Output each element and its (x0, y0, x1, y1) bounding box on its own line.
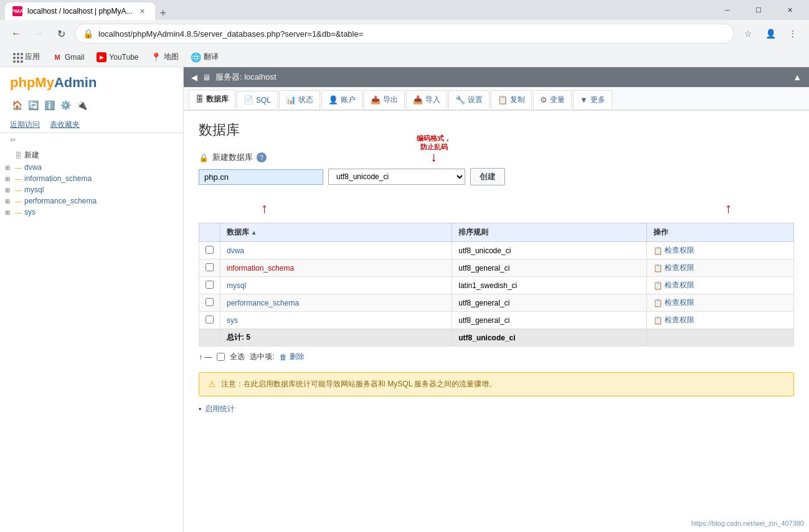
server-header: ◀ 🖥 服务器: localhost ▲ (184, 67, 809, 87)
bookmark-youtube[interactable]: ▶ YouTube (92, 51, 143, 63)
close-button[interactable]: ✕ (775, 0, 804, 20)
row-dbname-perf: performance_schema (220, 294, 452, 312)
minimize-button[interactable]: ─ (713, 0, 742, 20)
browser-tab[interactable]: PMA localhost / localhost | phpMyA... ✕ (5, 2, 155, 20)
bookmark-button[interactable]: ☆ (739, 25, 757, 42)
create-button[interactable]: 创建 (470, 168, 505, 185)
row-checkbox-info[interactable] (199, 259, 220, 277)
tree-item-dvwa[interactable]: ⊞ — dvwa (0, 162, 183, 173)
action-link-perf[interactable]: 📋 检查权限 (653, 297, 787, 308)
checkbox-sys[interactable] (206, 315, 214, 324)
bookmark-gmail[interactable]: M Gmail (47, 51, 89, 63)
translate-icon: 🌐 (191, 52, 201, 62)
sidebar: phpMyAdmin 🏠 🔄 ℹ️ ⚙️ 🔌 近期访问 表收藏夹 ⇔ 🗄 新建 (0, 67, 184, 532)
tab-settings[interactable]: 🔧 设置 (448, 90, 490, 109)
row-action-perf: 📋 检查权限 (646, 294, 793, 312)
col-header-database[interactable]: 数据库 (220, 223, 452, 242)
delete-button[interactable]: 🗑 删除 (280, 352, 305, 362)
tab-export[interactable]: 📤 导出 (364, 90, 405, 109)
recent-icon[interactable]: 🔄 (26, 98, 40, 112)
db-name-input[interactable] (199, 169, 323, 185)
checkbox-dvwa[interactable] (206, 246, 214, 254)
total-label: 总计: 5 (220, 329, 452, 347)
delete-label: 删除 (290, 352, 305, 362)
tab-favicon: PMA (12, 6, 22, 16)
bullet-icon: • (199, 405, 201, 414)
bookmark-translate[interactable]: 🌐 翻译 (186, 50, 224, 63)
home-icon[interactable]: 🏠 (10, 98, 24, 112)
db-collation-select[interactable]: utf8_unicode_ci (328, 169, 465, 185)
back-arrow-icon[interactable]: ◀ (191, 73, 197, 82)
sidebar-tab-bookmarks[interactable]: 表收藏夹 (50, 119, 80, 130)
apps-icon (12, 52, 22, 62)
reload-button[interactable]: ↻ (52, 25, 70, 42)
logo-php: php (10, 75, 35, 90)
tab-sql[interactable]: 📄 SQL (237, 91, 278, 108)
tab-settings-icon: 🔧 (455, 95, 465, 105)
bookmark-youtube-label: YouTube (109, 53, 138, 62)
tab-accounts[interactable]: 👤 账户 (321, 90, 362, 109)
action-link-dvwa[interactable]: 📋 检查权限 (653, 245, 787, 256)
bookmark-maps[interactable]: 📍 地图 (146, 50, 184, 63)
row-checkbox-dvwa[interactable] (199, 242, 220, 259)
checkbox-info[interactable] (206, 263, 214, 271)
sidebar-tab-recent[interactable]: 近期访问 (10, 119, 40, 130)
tree-item-performance-schema[interactable]: ⊞ — performance_schema (0, 195, 183, 207)
tab-import[interactable]: 📥 导入 (406, 90, 447, 109)
db-link-sys[interactable]: sys (227, 316, 238, 325)
page-title: 数据库 (199, 121, 794, 139)
bookmark-apps[interactable]: 应用 (7, 50, 45, 63)
action-link-mysql[interactable]: 📋 检查权限 (653, 280, 787, 291)
select-all-checkbox[interactable] (217, 353, 225, 361)
menu-button[interactable]: ⋮ (784, 25, 802, 42)
tree-item-mysql[interactable]: ⊞ — mysql (0, 184, 183, 195)
checkbox-mysql[interactable] (206, 281, 214, 289)
action-link-info[interactable]: 📋 检查权限 (653, 263, 787, 273)
row-checkbox-perf[interactable] (199, 294, 220, 312)
db-link-information-schema[interactable]: information_schema (227, 264, 294, 273)
checkbox-perf[interactable] (206, 298, 214, 306)
tab-import-icon: 📥 (413, 95, 423, 105)
db-link-performance-schema[interactable]: performance_schema (227, 299, 299, 307)
tree-label-sys: sys (24, 208, 35, 217)
enable-stats-link[interactable]: 启用统计 (205, 404, 235, 414)
help-icon[interactable]: ? (257, 152, 267, 162)
new-tab-button[interactable]: + (155, 7, 172, 20)
tree-label-information-schema: information_schema (24, 174, 92, 183)
action-link-sys[interactable]: 📋 检查权限 (653, 315, 787, 325)
row-collation-sys: utf8_general_ci (452, 312, 646, 329)
tree-expand-perf: ⊞ (5, 198, 12, 205)
tree-expand-dvwa: ⊞ (5, 164, 12, 171)
select-all-label: 全选 (230, 352, 245, 362)
tree-item-information-schema[interactable]: ⊞ — information_schema (0, 173, 183, 184)
db-link-dvwa[interactable]: dvwa (227, 246, 244, 255)
tab-variables-icon: ⚙ (540, 95, 547, 105)
url-bar[interactable]: 🔒 localhost/phpMyAdmin4.8.5/server_datab… (75, 24, 734, 44)
delete-icon: 🗑 (280, 353, 287, 362)
tree-item-new[interactable]: 🗄 新建 (0, 149, 183, 162)
tree-label-performance-schema: performance_schema (24, 197, 97, 205)
sidebar-tabs: 近期访问 表收藏夹 (0, 117, 183, 133)
row-checkbox-sys[interactable] (199, 312, 220, 329)
tree-item-sys[interactable]: ⊞ — sys (0, 207, 183, 218)
arrow-up-icon: ↑ — (199, 353, 212, 362)
col-header-collation[interactable]: 排序规则 (452, 223, 646, 242)
forward-button[interactable]: → (30, 25, 47, 42)
tab-status[interactable]: 📊 状态 (279, 90, 320, 109)
tab-more[interactable]: ▼ 更多 (573, 90, 612, 109)
tab-databases-icon: 🗄 (196, 95, 204, 104)
back-button[interactable]: ← (7, 25, 25, 42)
col-header-action[interactable]: 操作 (646, 223, 793, 242)
expand-button[interactable]: ▲ (793, 72, 802, 82)
tab-variables[interactable]: ⚙ 变量 (533, 90, 572, 109)
tab-close-button[interactable]: ✕ (138, 6, 148, 16)
tab-replication[interactable]: 📋 复制 (491, 90, 532, 109)
profile-button[interactable]: 👤 (762, 25, 779, 42)
settings-icon[interactable]: ℹ️ (42, 98, 56, 112)
row-checkbox-mysql[interactable] (199, 277, 220, 294)
plugin-icon[interactable]: 🔌 (75, 98, 88, 112)
tab-databases[interactable]: 🗄 数据库 (189, 90, 235, 110)
config-icon[interactable]: ⚙️ (59, 98, 72, 112)
maximize-button[interactable]: ☐ (744, 0, 773, 20)
db-link-mysql[interactable]: mysql (227, 281, 246, 290)
